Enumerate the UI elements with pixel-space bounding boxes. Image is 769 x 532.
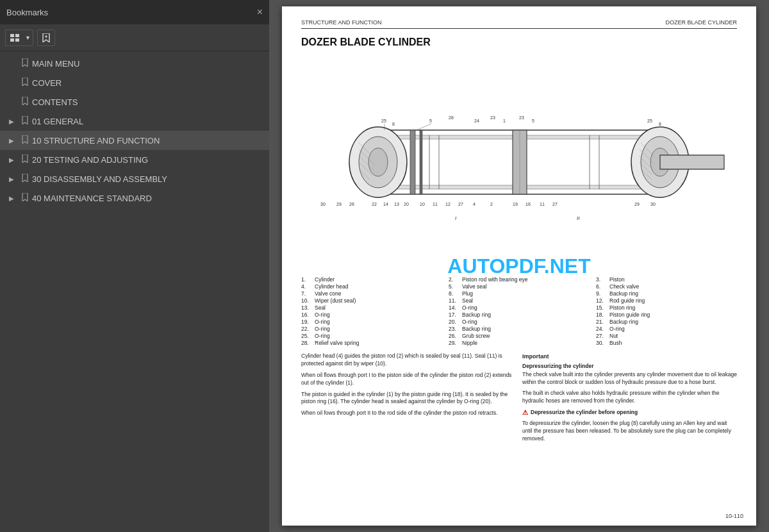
warning-triangle: ⚠ [522, 408, 528, 417]
part-item-17: 18.Piston guide ring [596, 312, 737, 318]
part-name: Piston guide ring [609, 312, 650, 318]
expand-arrow-01-general: ▶ [9, 118, 18, 125]
warning-text: Depressurize the cylinder before opening [531, 409, 638, 417]
part-num: 28. [301, 340, 313, 346]
svg-text:25: 25 [381, 119, 386, 123]
bookmark-icon-main-menu [22, 58, 28, 69]
part-item-10: 11.Seal [449, 297, 590, 304]
part-num: 17. [449, 312, 460, 318]
part-num: 6. [596, 283, 608, 290]
sidebar-item-main-menu[interactable]: MAIN MENU [0, 54, 269, 73]
part-num: 25. [301, 333, 313, 339]
description-left: Cylinder head (4) guides the piston rod … [301, 353, 516, 447]
part-name: Backup ring [609, 319, 638, 325]
dropdown-arrow-button[interactable]: ▼ [23, 29, 33, 46]
svg-text:29: 29 [336, 202, 342, 206]
part-item-3: 4.Cylinder head [301, 283, 442, 290]
svg-text:8: 8 [659, 122, 661, 126]
part-name: Cylinder [315, 276, 335, 283]
bookmark-label-20-testing: 20 TESTING AND ADJUSTING [32, 155, 148, 165]
part-num: 10. [301, 297, 313, 304]
svg-text:10: 10 [420, 202, 425, 206]
part-num: 16. [301, 312, 313, 318]
bookmark-label-contents: CONTENTS [32, 97, 78, 107]
part-item-0: 1.Cylinder [301, 276, 442, 283]
sidebar-item-01-general[interactable]: ▶01 GENERAL [0, 112, 269, 131]
part-num: 12. [596, 297, 608, 304]
part-num: 5. [449, 283, 460, 290]
desc-right-para-1: The built in check valve also holds hydr… [522, 390, 737, 405]
main-content: STRUCTURE AND FUNCTION DOZER BLADE CYLIN… [269, 0, 769, 532]
bookmark-label-main-menu: MAIN MENU [32, 59, 79, 69]
sidebar-toolbar: ▼ [0, 24, 269, 51]
part-item-13: 14.O-ring [449, 304, 590, 311]
important-subtitle: Depressurizing the cylinder [522, 363, 737, 370]
bookmark-icon-20-testing [22, 154, 28, 165]
part-num: 22. [301, 326, 313, 332]
part-item-29: 30.Bush [596, 340, 737, 346]
expand-arrow-40-maintenance: ▶ [9, 195, 18, 202]
svg-rect-0 [10, 34, 14, 37]
sidebar-item-10-structure[interactable]: ▶10 STRUCTURE AND FUNCTION [0, 131, 269, 150]
page-title: DOZER BLADE CYLINDER [301, 37, 737, 48]
part-num: 15. [596, 304, 608, 311]
view-icon-button[interactable] [5, 29, 23, 46]
part-name: Seal [315, 304, 326, 311]
part-num: 27. [596, 333, 608, 339]
part-name: O-ring [315, 319, 330, 325]
svg-text:30: 30 [320, 202, 326, 206]
part-item-2: 3.Piston [596, 276, 737, 283]
part-num: 13. [301, 304, 313, 311]
sidebar-item-30-disassembly[interactable]: ▶30 DISASSEMBLY AND ASSEMBLY [0, 169, 269, 188]
sidebar-item-40-maintenance[interactable]: ▶40 MAINTENANCE STANDARD [0, 188, 269, 208]
part-num: 8. [449, 290, 460, 297]
part-item-1: 2.Piston rod with bearing eye [449, 276, 590, 283]
sidebar-header: Bookmarks × [0, 0, 269, 24]
bookmark-label-40-maintenance: 40 MAINTENANCE STANDARD [32, 194, 152, 203]
svg-text:24: 24 [474, 119, 479, 123]
part-item-9: 10.Wiper (dust seal) [301, 297, 442, 304]
right-paragraphs: The check valve built into the cylinder … [522, 371, 737, 405]
description-area: Cylinder head (4) guides the piston rod … [301, 353, 737, 447]
bookmark-label-30-disassembly: 30 DISASSEMBLY AND ASSEMBLY [32, 174, 167, 184]
bookmark-icon-30-disassembly [22, 174, 28, 184]
bookmark-label-01-general: 01 GENERAL [32, 117, 83, 126]
page-number: 10-110 [725, 513, 743, 519]
bookmark-icon-10-structure [22, 135, 28, 145]
part-item-8: 9.Backup ring [596, 290, 737, 297]
svg-text:8: 8 [392, 122, 395, 126]
svg-rect-20 [410, 130, 415, 194]
svg-text:11: 11 [433, 202, 438, 206]
bookmark-icon-01-general [22, 116, 28, 126]
part-name: Valve cone [315, 290, 341, 297]
part-name: Backup ring [462, 326, 491, 332]
expand-arrow-20-testing: ▶ [9, 156, 18, 163]
document-page: STRUCTURE AND FUNCTION DOZER BLADE CYLIN… [282, 6, 756, 526]
svg-text:4: 4 [473, 202, 475, 206]
svg-text:5: 5 [429, 119, 432, 123]
description-right: Important Depressurizing the cylinder Th… [522, 353, 737, 447]
close-button[interactable]: × [257, 7, 263, 17]
part-item-4: 5.Valve seal [449, 283, 590, 290]
sidebar-item-cover[interactable]: COVER [0, 73, 269, 92]
parts-list: 1.Cylinder2.Piston rod with bearing eye3… [301, 276, 737, 346]
part-item-24: 25.O-ring [301, 333, 442, 339]
svg-rect-21 [420, 130, 422, 194]
part-item-20: 21.Backup ring [596, 319, 737, 325]
part-item-23: 24.O-ring [596, 326, 737, 332]
svg-text:II: II [577, 215, 580, 221]
part-num: 11. [449, 297, 460, 304]
sidebar-item-contents[interactable]: CONTENTS [0, 92, 269, 112]
part-name: O-ring [462, 304, 477, 311]
bookmark-add-button[interactable] [37, 29, 55, 46]
svg-text:11: 11 [540, 202, 545, 206]
svg-text:22: 22 [372, 202, 377, 206]
sidebar-item-20-testing[interactable]: ▶20 TESTING AND ADJUSTING [0, 150, 269, 169]
part-item-7: 8.Plug [449, 290, 590, 297]
expand-arrow-30-disassembly: ▶ [9, 176, 18, 183]
part-item-5: 6.Check valve [596, 283, 737, 290]
desc-left-para-1: When oil flows through port I to the pis… [301, 372, 516, 387]
part-name: Check valve [609, 283, 639, 290]
part-num: 29. [449, 340, 460, 346]
part-name: O-ring [609, 326, 625, 332]
